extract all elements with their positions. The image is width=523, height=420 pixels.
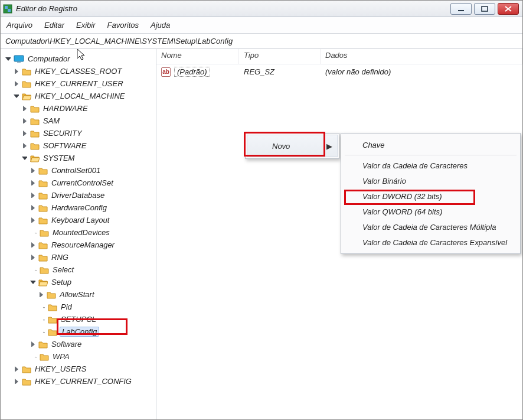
chevron-right-icon[interactable] xyxy=(29,254,36,261)
folder-icon xyxy=(40,229,49,237)
chevron-right-icon[interactable] xyxy=(29,242,36,249)
tree-node-controlset001[interactable]: ControlSet001 xyxy=(29,164,155,177)
column-name[interactable]: Nome xyxy=(156,49,239,64)
tree-node-setup[interactable]: Setup xyxy=(29,276,155,288)
tree-node-pid[interactable]: ··Pid xyxy=(37,301,155,313)
chevron-right-icon[interactable] xyxy=(21,105,28,112)
menubar: Arquivo Editar Exibir Favoritos Ajuda xyxy=(1,17,522,34)
folder-icon xyxy=(38,204,48,212)
chevron-down-icon[interactable] xyxy=(4,56,11,63)
tree-node-system[interactable]: SYSTEM xyxy=(21,152,155,164)
tree-node-labconfig[interactable]: ··LabConfig xyxy=(37,325,155,338)
chevron-right-icon[interactable] xyxy=(12,366,19,373)
tree-node-sam[interactable]: SAM xyxy=(21,115,155,127)
ctx-new-qword[interactable]: Valor QWORD (64 bits) xyxy=(341,204,520,219)
ctx-new-multistring[interactable]: Valor de Cadeia de Caracteres Múltipla xyxy=(341,219,520,235)
list-header: Nome Tipo Dados xyxy=(156,49,522,64)
tree-node-currentcontrolset[interactable]: CurrentControlSet xyxy=(29,177,155,189)
tree-node-select[interactable]: ··Select xyxy=(29,263,155,276)
folder-open-icon xyxy=(30,154,40,162)
chevron-right-icon[interactable] xyxy=(29,217,36,224)
value-name: (Padrão) xyxy=(174,67,210,77)
window-title: Editor do Registro xyxy=(16,4,77,13)
column-type[interactable]: Tipo xyxy=(239,49,321,64)
chevron-right-icon[interactable] xyxy=(29,180,36,187)
menu-edit[interactable]: Editar xyxy=(44,21,64,30)
menu-view[interactable]: Exibir xyxy=(76,21,96,30)
tree-node-driverdatabase[interactable]: DriverDatabase xyxy=(29,189,155,201)
folder-icon xyxy=(38,340,48,349)
chevron-right-icon[interactable] xyxy=(29,341,36,348)
chevron-right-icon[interactable] xyxy=(12,378,19,385)
folder-icon xyxy=(48,303,57,311)
tree-label: Computador xyxy=(27,54,71,63)
tree-node-hklm[interactable]: HKEY_LOCAL_MACHINE xyxy=(12,90,155,102)
tree-pane[interactable]: Computador HKEY_CLASSES_ROOT HKEY_CURREN… xyxy=(1,49,156,419)
menu-file[interactable]: Arquivo xyxy=(6,21,32,30)
chevron-down-icon[interactable] xyxy=(21,155,28,162)
folder-open-icon xyxy=(22,92,31,100)
context-submenu-new: Chave Valor da Cadeia de Caracteres Valo… xyxy=(341,133,521,254)
window-buttons xyxy=(450,3,519,15)
folder-open-icon xyxy=(38,278,48,286)
folder-icon xyxy=(22,80,31,88)
folder-icon xyxy=(48,328,57,336)
tree-node-rng[interactable]: RNG xyxy=(29,251,155,263)
tree-node-resourcemanager[interactable]: ResourceManager xyxy=(29,239,155,251)
close-button[interactable] xyxy=(498,3,519,15)
tree-node-hkcc[interactable]: HKEY_CURRENT_CONFIG xyxy=(12,375,155,388)
tree-node-hku[interactable]: HKEY_USERS xyxy=(12,363,155,375)
context-menu: Novo ▶ xyxy=(245,133,339,159)
tree-node-hkcr[interactable]: HKEY_CLASSES_ROOT xyxy=(12,65,155,77)
string-value-icon: ab xyxy=(161,67,171,77)
tree-node-hardwareconfig[interactable]: HardwareConfig xyxy=(29,201,155,214)
value-type: REG_SZ xyxy=(244,67,274,76)
value-data: (valor não definido) xyxy=(325,67,391,76)
menu-help[interactable]: Ajuda xyxy=(151,21,170,30)
context-menu-label: Novo xyxy=(272,142,290,151)
tree-node-setupcl[interactable]: ··SETUPCL xyxy=(37,313,155,325)
column-data[interactable]: Dados xyxy=(321,49,522,64)
ctx-new-dword[interactable]: Valor DWORD (32 bits) xyxy=(341,188,520,204)
ctx-new-expandstring[interactable]: Valor de Cadeia de Caracteres Expansível xyxy=(341,235,520,250)
chevron-down-icon[interactable] xyxy=(12,93,19,100)
folder-icon xyxy=(38,253,48,262)
ctx-new-binary[interactable]: Valor Binário xyxy=(341,173,520,188)
chevron-right-icon[interactable] xyxy=(29,204,36,211)
chevron-right-icon[interactable] xyxy=(29,167,36,174)
tree-node-wpa[interactable]: ··WPA xyxy=(29,350,155,363)
maximize-button[interactable] xyxy=(474,3,495,15)
chevron-right-icon[interactable] xyxy=(21,142,28,149)
chevron-right-icon[interactable] xyxy=(21,130,28,137)
context-menu-new[interactable]: Novo ▶ xyxy=(247,135,338,157)
chevron-right-icon[interactable] xyxy=(29,192,36,199)
tree-node-hkcu[interactable]: HKEY_CURRENT_USER xyxy=(12,77,155,90)
ctx-new-string[interactable]: Valor da Cadeia de Caracteres xyxy=(341,158,520,173)
chevron-right-icon[interactable] xyxy=(37,291,44,298)
folder-icon xyxy=(38,216,48,224)
address-bar[interactable]: Computador\HKEY_LOCAL_MACHINE\SYSTEM\Set… xyxy=(1,34,522,49)
tree-node-hardware[interactable]: HARDWARE xyxy=(21,102,155,115)
tree-node-allowstart[interactable]: AllowStart xyxy=(37,288,155,301)
folder-icon xyxy=(30,117,40,125)
ctx-new-key[interactable]: Chave xyxy=(341,137,520,152)
chevron-down-icon[interactable] xyxy=(29,279,36,286)
tree-node-software2[interactable]: Software xyxy=(29,338,155,350)
minimize-button[interactable] xyxy=(450,3,472,15)
chevron-right-icon[interactable] xyxy=(12,80,19,87)
folder-icon xyxy=(22,365,31,373)
window-shell: Editor do Registro Arquivo Editar Exibir… xyxy=(0,0,523,420)
titlebar: Editor do Registro xyxy=(1,1,522,17)
folder-icon xyxy=(47,291,56,299)
tree-node-computer[interactable]: Computador xyxy=(4,53,155,65)
folder-icon xyxy=(30,129,40,138)
list-row[interactable]: ab (Padrão) REG_SZ (valor não definido) xyxy=(156,64,522,79)
chevron-right-icon[interactable] xyxy=(21,118,28,125)
menu-favorites[interactable]: Favoritos xyxy=(107,21,139,30)
tree-node-software[interactable]: SOFTWARE xyxy=(21,139,155,152)
tree-node-mounteddevices[interactable]: ··MountedDevices xyxy=(29,226,155,239)
tree-node-keyboardlayout[interactable]: Keyboard Layout xyxy=(29,214,155,226)
tree-node-security[interactable]: SECURITY xyxy=(21,127,155,139)
chevron-right-icon[interactable] xyxy=(12,68,19,75)
menu-separator xyxy=(345,155,517,155)
